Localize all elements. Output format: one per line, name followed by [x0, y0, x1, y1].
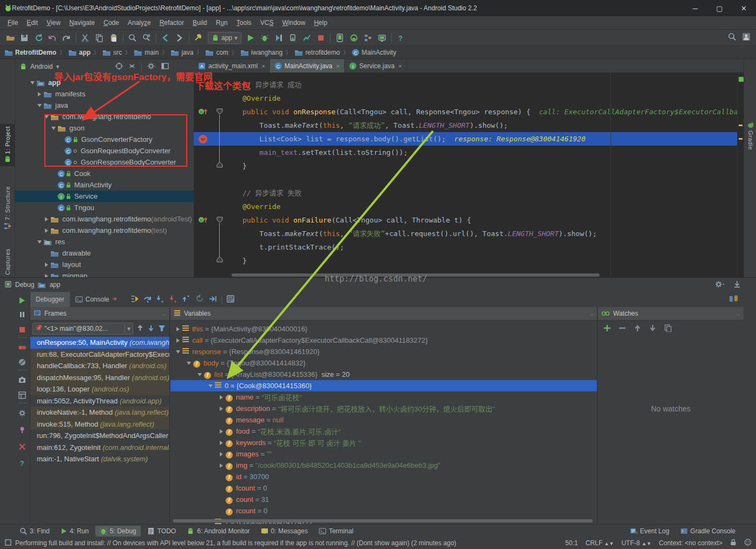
debug-resume-button[interactable] [18, 296, 28, 306]
variable-row-body[interactable]: fbody = {Tngou@830041414832} [170, 357, 597, 369]
tree-toggle-icon[interactable] [35, 104, 43, 107]
debug-settings-button[interactable] [18, 409, 28, 419]
stack-frame-row[interactable]: invoke:515, Method (java.lang.reflect) [30, 419, 169, 430]
toolbar-fwd-icon[interactable] [173, 31, 187, 44]
tree-toggle-icon[interactable] [35, 92, 43, 96]
hide-debug-panel-icon[interactable] [733, 280, 741, 290]
tree-item-gsonresponsebodyconverter[interactable]: CGsonResponseBodyConverter [15, 156, 194, 168]
variable-row-0[interactable]: 0 = {Cook@830041415360} [170, 380, 597, 391]
tree-item-cook[interactable]: CCook [15, 168, 194, 179]
evaluate-expression-button[interactable] [226, 295, 235, 305]
breadcrumb-MainActivity[interactable]: CMainActivity [351, 49, 397, 56]
toolwindow-switcher-icon[interactable] [4, 539, 12, 548]
editor-tab-MainActivity.java[interactable]: CMainActivity.java× [270, 59, 345, 73]
user-avatar-icon[interactable] [742, 32, 751, 43]
variable-toggle-icon[interactable] [174, 350, 182, 354]
tree-toggle-icon[interactable] [49, 127, 57, 130]
menu-view[interactable]: View [42, 17, 65, 28]
variable-toggle-icon[interactable] [206, 384, 215, 388]
variable-row-fcount[interactable]: ffcount = 0 [170, 482, 597, 494]
breadcrumb-retrofitdemo[interactable]: retrofitdemo [293, 49, 341, 56]
thread-selector[interactable]: "<1> main"@830,02...▾ [32, 323, 133, 335]
highlighting-level-icon[interactable] [744, 539, 752, 547]
copy-watch-icon[interactable] [664, 324, 672, 334]
threads-view-icon[interactable] [728, 295, 744, 305]
toolbar-profile-icon[interactable] [300, 31, 314, 44]
toolbar-attach-icon[interactable] [286, 31, 300, 44]
tree-toggle-icon[interactable] [42, 115, 50, 119]
breadcrumb-app[interactable]: app [67, 49, 91, 56]
tree-toggle-icon[interactable] [35, 240, 43, 244]
menu-window[interactable]: Window [278, 17, 310, 28]
stack-frame-row[interactable]: run:796, ZygoteInit$MethodAndArgsCaller [30, 430, 169, 442]
frame-down-icon[interactable] [147, 324, 155, 334]
menu-build[interactable]: Build [188, 17, 212, 28]
thread-selector-arrow-icon[interactable]: ▾ [124, 325, 130, 332]
variable-row-rcount[interactable]: frcount = 0 [170, 505, 597, 517]
tree-item-mainactivity[interactable]: CMainActivity [15, 179, 194, 191]
variable-row-description[interactable]: fdescription = "将可乐卤汁烧开，把花枝放入，转小火卤约30分钟，… [170, 403, 597, 414]
fold-region-end-icon[interactable] [216, 161, 225, 170]
menu-tools[interactable]: Tools [232, 17, 256, 28]
debug-pin-button[interactable] [18, 426, 28, 435]
debug-restore-layout-button[interactable] [18, 391, 28, 401]
toolwindow-todo[interactable]: TODO [143, 526, 180, 537]
filter-frames-icon[interactable] [158, 324, 166, 334]
tab-debugger[interactable]: Debugger [30, 292, 70, 307]
tree-item-tngou[interactable]: CTngou [15, 202, 194, 213]
variable-row-id[interactable]: fid = 30700 [170, 471, 597, 482]
frame-up-icon[interactable] [136, 324, 144, 334]
stack-frame-row[interactable]: main:-1, NativeStart (dalvik.system) [30, 453, 169, 465]
debug-settings-gear-icon[interactable] [715, 280, 725, 290]
toolbar-back-icon[interactable] [159, 31, 173, 44]
toolbar-sync-icon[interactable] [31, 31, 45, 44]
toolbar-coverage-icon[interactable] [272, 31, 286, 44]
variable-row-images[interactable]: fimages = "" [170, 448, 597, 460]
variable-row-message[interactable]: fmessage = null [170, 414, 597, 426]
toolbar-copy-icon[interactable] [93, 31, 107, 44]
tree-toggle-icon[interactable] [42, 217, 50, 221]
breadcrumb-java[interactable]: java [169, 49, 194, 56]
caret-position[interactable]: 50:1 [566, 539, 578, 547]
stack-frame-row[interactable]: dispatchMessage:95, Handler (android.os) [30, 372, 169, 384]
toolbar-sdk-icon[interactable] [375, 31, 389, 44]
fold-region-end-icon[interactable] [216, 256, 225, 265]
stripe-1-project[interactable]: 1: Project [0, 124, 15, 166]
debug-mute-breakpoints-button[interactable] [18, 358, 28, 368]
tree-item-res[interactable]: res [15, 236, 194, 247]
variables-menu-icon[interactable]: → [588, 311, 594, 317]
breadcrumb-src[interactable]: src [101, 49, 123, 56]
menu-code[interactable]: Code [99, 17, 123, 28]
tree-item-com-iwanghang-retrofitdemo[interactable]: com.iwanghang.retrofitdemo [15, 111, 194, 122]
add-watch-icon[interactable] [603, 324, 611, 334]
stack-frame-row[interactable]: run:68, ExecutorCallAdapterFactory$Execu… [30, 349, 169, 361]
variable-toggle-icon[interactable] [185, 362, 193, 365]
tree-item-java[interactable]: java [15, 100, 194, 111]
tree-toggle-icon[interactable] [28, 81, 36, 84]
stripe-gradle[interactable]: Gradle [744, 121, 756, 150]
toolwindow-4-run[interactable]: 4: Run [56, 526, 93, 537]
tree-item-gsonrequestbodyconverter[interactable]: CGsonRequestBodyConverter [15, 145, 194, 156]
toolwindow-terminal[interactable]: Terminal [314, 526, 358, 537]
close-tab-icon[interactable]: × [336, 63, 339, 69]
stack-frame-row[interactable]: invokeNative:-1, Method (java.lang.refle… [30, 407, 169, 419]
variable-row-keywords[interactable]: fkeywords = "花枝 可乐 即 可 卤汁 姜片 " [170, 437, 597, 448]
variable-row-name[interactable]: fname = "可乐卤花枝" [170, 391, 597, 403]
breadcrumb-main[interactable]: main [133, 49, 160, 56]
remove-watch-icon[interactable] [619, 324, 626, 334]
variable-row-food[interactable]: ffood = "花枝,米酒,姜片,可乐,卤汁" [170, 426, 597, 437]
debug-help-button[interactable]: ? [18, 459, 28, 468]
close-tab-icon[interactable]: × [398, 63, 402, 69]
code-area[interactable]: // 异步请求 成功@Overridepublic void onRespons… [194, 73, 744, 277]
drop-frame-button[interactable] [195, 295, 204, 305]
toolwindow-event-log[interactable]: 7Event Log [626, 526, 674, 537]
toolbar-run-icon[interactable] [244, 31, 258, 44]
close-button[interactable]: ✕ [732, 0, 756, 16]
toolbar-paste-icon[interactable] [107, 31, 121, 44]
encoding-selector[interactable]: UTF-8 ▲▼ [621, 539, 651, 547]
toolbar-cut-icon[interactable] [78, 31, 93, 44]
force-step-into-button[interactable] [169, 295, 178, 305]
variable-row-img[interactable]: fimg = "/cook/080301/b848520c1403b1ca9d4… [170, 460, 597, 471]
menu-refactor[interactable]: Refactor [155, 17, 188, 28]
editor-scrollbar[interactable] [737, 73, 744, 277]
